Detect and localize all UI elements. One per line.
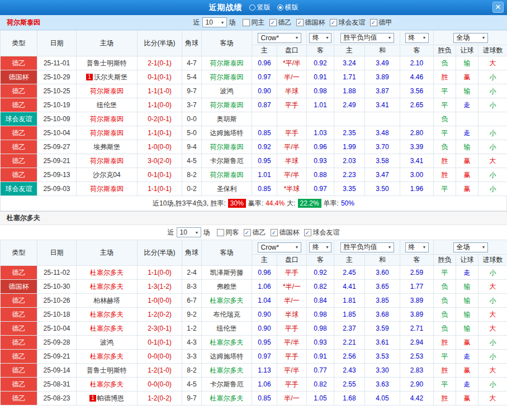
home-team-cell[interactable]: 杜塞尔多夫	[77, 350, 138, 364]
away-team-cell[interactable]: 荷尔斯泰因	[202, 56, 252, 70]
checkbox-checked-icon[interactable]: ✓	[244, 229, 251, 236]
away-team-cell[interactable]: 纽伦堡	[202, 322, 252, 336]
score-cell[interactable]: 3-0(2-0)	[138, 154, 182, 168]
final-odds-select[interactable]: 终▼	[309, 33, 331, 43]
away-team-name[interactable]: 杜塞尔多夫	[210, 366, 244, 374]
away-team-name[interactable]: 杜塞尔多夫	[210, 394, 244, 402]
filter-checkbox-2[interactable]: ✓德国杯	[271, 228, 300, 237]
scope-select[interactable]: 全场▼	[453, 33, 488, 43]
away-team-name[interactable]: 荷尔斯泰因	[210, 59, 244, 67]
away-team-name[interactable]: 荷尔斯泰因	[210, 73, 244, 81]
checkbox-checked-icon[interactable]: ✓	[370, 19, 377, 26]
score-cell[interactable]: 2-1(0-1)	[138, 56, 182, 70]
home-team-cell[interactable]: 纽伦堡	[77, 98, 138, 112]
home-team-cell[interactable]: 荷尔斯泰因	[77, 154, 138, 168]
away-team-name[interactable]: 布伦瑞克	[214, 311, 240, 318]
match-count-select-2[interactable]: 10▼	[177, 227, 201, 237]
away-team-cell[interactable]: 达姆施塔特	[202, 126, 252, 140]
away-team-cell[interactable]: 荷尔斯泰因	[202, 168, 252, 182]
home-team-name[interactable]: 帕德博恩	[97, 394, 124, 402]
away-team-name[interactable]: 纽伦堡	[217, 324, 237, 332]
score-cell[interactable]: 1-0(0-0)	[138, 140, 182, 154]
home-team-cell[interactable]: 杜塞尔多夫	[77, 266, 138, 280]
final-avg-select-2[interactable]: 终▼	[405, 242, 429, 252]
away-team-cell[interactable]: 卡尔斯鲁厄	[202, 378, 252, 392]
checkbox-checked-icon[interactable]: ✓	[269, 19, 277, 26]
away-team-cell[interactable]: 荷尔斯泰因	[202, 140, 252, 154]
score-cell[interactable]: 0-1(0-1)	[138, 336, 182, 350]
checkbox-checked-icon[interactable]: ✓	[330, 19, 337, 26]
score-cell[interactable]: 1-1(0-0)	[138, 266, 182, 280]
home-team-cell[interactable]: 埃弗斯堡	[77, 140, 138, 154]
home-team-cell[interactable]: 杜塞尔多夫	[77, 322, 138, 336]
home-team-name[interactable]: 荷尔斯泰因	[90, 185, 124, 193]
away-team-name[interactable]: 达姆施塔特	[210, 129, 244, 137]
score-cell[interactable]: 1-1(0-0)	[138, 98, 182, 112]
score-cell[interactable]: 1-1(1-0)	[138, 84, 182, 98]
layout-radio-0[interactable]: 竖版	[249, 3, 271, 12]
checkbox-unchecked-icon[interactable]	[243, 19, 250, 26]
filter-checkbox-4[interactable]: ✓德甲	[370, 18, 392, 27]
home-team-name[interactable]: 纽伦堡	[97, 101, 117, 109]
away-team-name[interactable]: 荷尔斯泰因	[210, 143, 244, 151]
away-team-cell[interactable]: 杜塞尔多夫	[202, 392, 252, 405]
home-team-name[interactable]: 杜塞尔多夫	[90, 380, 124, 388]
away-team-name[interactable]: 弗赖堡	[217, 283, 237, 290]
home-team-cell[interactable]: 柏林赫塔	[77, 294, 138, 308]
home-team-name[interactable]: 杜塞尔多夫	[90, 324, 124, 332]
score-cell[interactable]: 1-2(0-2)	[138, 392, 182, 405]
home-team-name[interactable]: 荷尔斯泰因	[90, 87, 124, 95]
away-team-name[interactable]: 达姆施塔特	[210, 352, 244, 360]
away-team-name[interactable]: 圣保利	[217, 185, 237, 193]
home-team-name[interactable]: 荷尔斯泰因	[90, 115, 124, 123]
home-team-cell[interactable]: 杜塞尔多夫	[77, 280, 138, 294]
away-team-cell[interactable]: 凯泽斯劳滕	[202, 266, 252, 280]
filter-checkbox-2[interactable]: ✓德国杯	[296, 18, 325, 27]
score-cell[interactable]: 0-0(0-0)	[138, 378, 182, 392]
avg-odds-select[interactable]: 胜平负均值▼	[340, 33, 394, 43]
filter-checkbox-3[interactable]: ✓球会友谊	[330, 18, 366, 27]
score-cell[interactable]: 1-3(1-2)	[138, 280, 182, 294]
home-team-name[interactable]: 柏林赫塔	[93, 297, 120, 304]
away-team-cell[interactable]: 达姆施塔特	[202, 350, 252, 364]
away-team-name[interactable]: 荷尔斯泰因	[210, 101, 244, 109]
score-cell[interactable]: 0-1(0-1)	[138, 168, 182, 182]
away-team-cell[interactable]: 杜塞尔多夫	[202, 364, 252, 378]
home-team-cell[interactable]: 荷尔斯泰因	[77, 84, 138, 98]
away-team-cell[interactable]: 杜塞尔多夫	[202, 294, 252, 308]
away-team-cell[interactable]: 荷尔斯泰因	[202, 98, 252, 112]
filter-checkbox-0[interactable]: 同客	[217, 228, 239, 237]
away-team-name[interactable]: 卡尔斯鲁厄	[210, 157, 244, 165]
away-team-cell[interactable]: 杜塞尔多夫	[202, 336, 252, 350]
home-team-cell[interactable]: 杜塞尔多夫	[77, 308, 138, 322]
scope-select-2[interactable]: 全场▼	[453, 242, 488, 252]
home-team-name[interactable]: 沃尔夫斯堡	[94, 73, 127, 81]
away-team-name[interactable]: 凯泽斯劳滕	[210, 269, 244, 276]
filter-checkbox-1[interactable]: ✓德乙	[269, 18, 292, 27]
avg-odds-select-2[interactable]: 胜平负均值▼	[340, 242, 394, 252]
layout-radio-1[interactable]: 横版	[277, 3, 298, 12]
home-team-name[interactable]: 荷尔斯泰因	[90, 129, 124, 137]
away-team-name[interactable]: 波鸿	[220, 87, 234, 95]
home-team-cell[interactable]: 荷尔斯泰因	[77, 112, 138, 126]
score-cell[interactable]: 1-0(0-0)	[138, 294, 182, 308]
away-team-name[interactable]: 卡尔斯鲁厄	[210, 380, 244, 388]
home-team-cell[interactable]: 波鸿	[77, 336, 138, 350]
odds-provider-select-2[interactable]: Crow*▼	[258, 242, 301, 252]
home-team-name[interactable]: 杜塞尔多夫	[90, 311, 124, 318]
filter-checkbox-0[interactable]: 同主	[243, 18, 265, 27]
home-team-cell[interactable]: 1沃尔夫斯堡	[77, 70, 138, 84]
checkbox-checked-icon[interactable]: ✓	[304, 229, 311, 236]
away-team-cell[interactable]: 荷尔斯泰因	[202, 70, 252, 84]
home-team-name[interactable]: 普鲁士明斯特	[87, 366, 127, 374]
home-team-cell[interactable]: 普鲁士明斯特	[77, 56, 138, 70]
away-team-cell[interactable]: 卡尔斯鲁厄	[202, 154, 252, 168]
final-avg-select[interactable]: 终▼	[405, 33, 429, 43]
away-team-cell[interactable]: 圣保利	[202, 182, 252, 196]
score-cell[interactable]: 1-2(1-0)	[138, 364, 182, 378]
home-team-cell[interactable]: 普鲁士明斯特	[77, 364, 138, 378]
score-cell[interactable]: 0-1(0-1)	[138, 70, 182, 84]
close-button[interactable]: ✕	[492, 2, 504, 13]
home-team-name[interactable]: 杜塞尔多夫	[90, 352, 124, 360]
score-cell[interactable]: 1-1(0-1)	[138, 182, 182, 196]
